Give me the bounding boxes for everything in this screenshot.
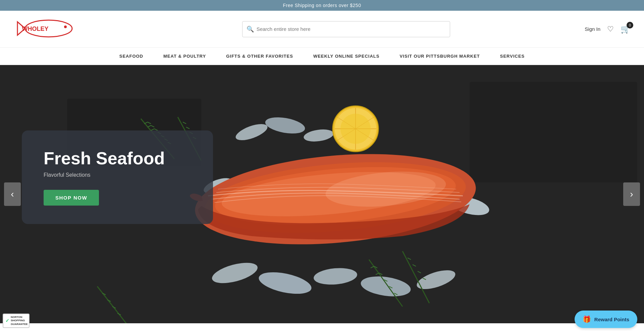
carousel-prev-button[interactable]: ‹ [4, 182, 21, 206]
logo[interactable]: WHOLEY [13, 17, 87, 40]
nav-item-gifts[interactable]: GIFTS & OTHER FAVORITES [216, 48, 303, 65]
chevron-right-icon: › [630, 189, 633, 200]
sign-in-link[interactable]: Sign In [585, 26, 600, 32]
hero-title: Fresh Seafood [44, 149, 193, 168]
search-icon: 🔍 [247, 25, 254, 33]
nav-item-pittsburgh[interactable]: VISIT OUR PITTSBURGH MARKET [389, 48, 490, 65]
checkmark-icon: ✓ [5, 318, 9, 323]
hero-section: Fresh Seafood Flavorful Selections SHOP … [0, 65, 644, 323]
norton-badge[interactable]: ✓ NORTON SHOPPING GUARANTEE [3, 314, 30, 323]
cart-count: 0 [627, 22, 633, 29]
reward-points-button[interactable]: 🎁 Reward Points [575, 311, 637, 323]
header: WHOLEY 🔍 Sign In ♡ 🛒 0 [0, 11, 644, 48]
header-actions: Sign In ♡ 🛒 0 [585, 24, 631, 34]
carousel-next-button[interactable]: › [623, 182, 640, 206]
search-area: 🔍 [114, 21, 578, 37]
chevron-left-icon: ‹ [11, 189, 14, 200]
nav-item-specials[interactable]: WEEKLY ONLINE SPECIALS [303, 48, 390, 65]
svg-rect-6 [470, 82, 637, 182]
cart-icon[interactable]: 🛒 0 [621, 24, 631, 34]
search-input[interactable] [257, 26, 446, 32]
reward-points-label: Reward Points [594, 317, 629, 322]
banner-text: Free Shipping on orders over $250 [283, 3, 361, 8]
nav-item-services[interactable]: SERVICES [490, 48, 535, 65]
gift-icon: 🎁 [583, 315, 591, 323]
nav-bar: SEAFOOD MEAT & POULTRY GIFTS & OTHER FAV… [0, 48, 644, 65]
svg-point-1 [64, 25, 67, 28]
nav-item-meat[interactable]: MEAT & POULTRY [153, 48, 216, 65]
wishlist-icon[interactable]: ♡ [607, 25, 614, 34]
nav-item-seafood[interactable]: SEAFOOD [109, 48, 153, 65]
norton-text: NORTON SHOPPING GUARANTEE [11, 316, 28, 323]
svg-point-37 [340, 114, 371, 144]
logo-area: WHOLEY [13, 17, 107, 42]
hero-subtitle: Flavorful Selections [44, 172, 193, 178]
svg-text:WHOLEY: WHOLEY [22, 25, 49, 32]
top-banner: Free Shipping on orders over $250 [0, 0, 644, 11]
hero-card: Fresh Seafood Flavorful Selections SHOP … [22, 130, 213, 224]
search-box: 🔍 [242, 21, 450, 37]
shop-now-button[interactable]: SHOP NOW [44, 190, 99, 206]
